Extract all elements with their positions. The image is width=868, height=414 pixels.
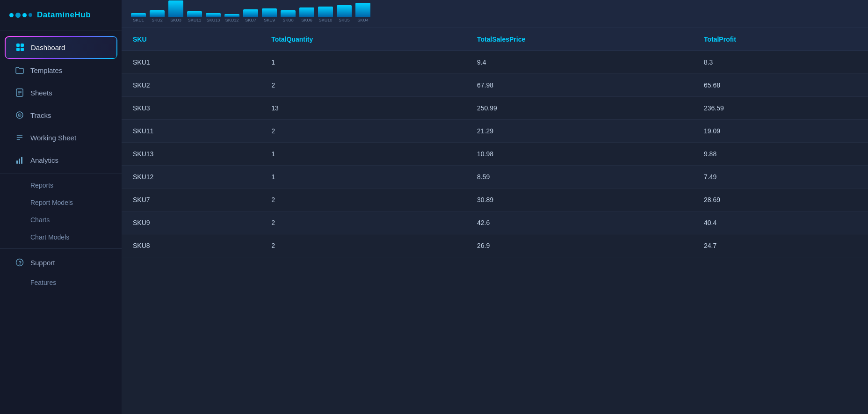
table-row: SKU9242.640.4 [122, 211, 868, 234]
table-cell-sku: SKU1 [122, 51, 260, 74]
sidebar-item-tracks[interactable]: Tracks [5, 104, 117, 126]
table-cell-totalsalesprice: 42.6 [466, 211, 693, 234]
table-cell-totalquantity: 2 [260, 74, 466, 97]
table-row: SKU119.48.3 [122, 51, 868, 74]
svg-rect-2 [16, 48, 20, 51]
bar-label: SKU8 [282, 18, 294, 22]
bar [150, 10, 165, 17]
table-cell-totalsalesprice: 30.89 [466, 189, 693, 211]
bar-label: SKU1 [133, 18, 144, 22]
bar [168, 0, 183, 17]
table-cell-totalprofit: 9.88 [693, 143, 868, 166]
data-table: SKU TotalQuantity TotalSalesPrice TotalP… [122, 28, 868, 257]
bar-chart: SKU1SKU2SKU3SKU11SKU13SKU12SKU7SKU9SKU8S… [131, 4, 859, 22]
table-cell-totalprofit: 7.49 [693, 166, 868, 189]
table-cell-totalsalesprice: 250.99 [466, 97, 693, 120]
svg-text:?: ? [19, 260, 22, 266]
svg-rect-18 [19, 159, 20, 164]
bar-label: SKU4 [357, 18, 369, 22]
bar-label: SKU6 [301, 18, 312, 22]
sidebar-item-working-sheet-label: Working Sheet [30, 134, 76, 142]
sidebar-sub-features[interactable]: Features [5, 274, 117, 291]
table-cell-totalquantity: 13 [260, 97, 466, 120]
bar [337, 5, 352, 17]
svg-point-10 [19, 115, 20, 116]
sidebar-item-working-sheet[interactable]: Working Sheet [5, 127, 117, 148]
table-cell-totalquantity: 2 [260, 234, 466, 257]
table-cell-totalsalesprice: 21.29 [466, 120, 693, 143]
bar [262, 8, 277, 17]
table-cell-totalquantity: 1 [260, 51, 466, 74]
table-cell-sku: SKU7 [122, 189, 260, 211]
sidebar-sub-charts-label: Charts [30, 216, 50, 224]
table-cell-totalprofit: 236.59 [693, 97, 868, 120]
col-header-total-quantity: TotalQuantity [260, 28, 466, 51]
table-cell-totalsalesprice: 10.98 [466, 143, 693, 166]
table-row: SKU313250.99236.59 [122, 97, 868, 120]
table-cell-sku: SKU2 [122, 74, 260, 97]
circle-track-icon [15, 110, 24, 120]
sidebar-item-dashboard[interactable]: Dashboard [5, 36, 117, 58]
sidebar-sub-report-models[interactable]: Report Models [5, 194, 117, 211]
list-icon [15, 133, 24, 142]
sidebar-item-analytics[interactable]: Analytics [5, 149, 117, 171]
table-cell-sku: SKU8 [122, 234, 260, 257]
sidebar-item-analytics-label: Analytics [30, 156, 58, 164]
bar-label: SKU10 [319, 18, 333, 22]
sidebar-item-tracks-label: Tracks [30, 111, 51, 119]
nav-divider [0, 174, 122, 174]
bar-group: SKU12 [224, 14, 239, 22]
bar [299, 7, 314, 17]
app-name: DatamineHub [37, 10, 91, 20]
table-cell-sku: SKU11 [122, 120, 260, 143]
sidebar-sub-report-models-label: Report Models [30, 199, 73, 206]
bar-label: SKU7 [245, 18, 256, 22]
table-cell-totalquantity: 2 [260, 189, 466, 211]
sidebar-item-support[interactable]: ? Support [5, 252, 117, 273]
table-cell-totalprofit: 24.7 [693, 234, 868, 257]
sidebar-sub-features-label: Features [30, 279, 56, 286]
sidebar-item-sheets-label: Sheets [30, 89, 52, 97]
bar-label: SKU11 [188, 18, 202, 22]
col-header-total-profit: TotalProfit [693, 28, 868, 51]
logo-icon [9, 13, 32, 18]
col-header-sku: SKU [122, 28, 260, 51]
col-header-total-sales-price: TotalSalesPrice [466, 28, 693, 51]
sidebar-sub-charts[interactable]: Charts [5, 211, 117, 228]
table-cell-totalsalesprice: 67.98 [466, 74, 693, 97]
bar [355, 3, 370, 17]
bar [131, 13, 146, 17]
table-cell-totalsalesprice: 8.59 [466, 166, 693, 189]
table-cell-sku: SKU3 [122, 97, 260, 120]
bar-group: SKU6 [299, 7, 314, 22]
table-cell-totalprofit: 40.4 [693, 211, 868, 234]
bar-label: SKU9 [264, 18, 275, 22]
sidebar-sub-reports[interactable]: Reports [5, 177, 117, 194]
svg-rect-0 [16, 44, 20, 47]
sidebar-sub-chart-models[interactable]: Chart Models [5, 229, 117, 246]
folder-icon [15, 65, 24, 75]
bar-chart-icon [15, 155, 24, 165]
sidebar-item-support-label: Support [30, 259, 55, 267]
main-content: SKU1SKU2SKU3SKU11SKU13SKU12SKU7SKU9SKU8S… [122, 0, 868, 414]
table-cell-totalquantity: 1 [260, 166, 466, 189]
bar-label: SKU13 [207, 18, 220, 22]
bar [281, 10, 296, 17]
bar-group: SKU10 [318, 7, 333, 22]
table-row: SKU13110.989.88 [122, 143, 868, 166]
sidebar-item-sheets[interactable]: Sheets [5, 82, 117, 103]
logo-area: DatamineHub [0, 0, 122, 30]
top-chart-area: SKU1SKU2SKU3SKU11SKU13SKU12SKU7SKU9SKU8S… [122, 0, 868, 28]
table-cell-sku: SKU12 [122, 166, 260, 189]
table-cell-totalsalesprice: 26.9 [466, 234, 693, 257]
svg-rect-1 [21, 44, 24, 47]
bar [318, 7, 333, 17]
bar-label: SKU12 [225, 18, 239, 22]
bar [206, 13, 221, 17]
sidebar-item-templates[interactable]: Templates [5, 59, 117, 81]
bar-group: SKU11 [187, 11, 202, 22]
svg-rect-17 [16, 160, 18, 164]
table-cell-sku: SKU13 [122, 143, 260, 166]
sidebar-item-dashboard-label: Dashboard [31, 44, 65, 51]
bar-chart-container: SKU1SKU2SKU3SKU11SKU13SKU12SKU7SKU9SKU8S… [131, 0, 859, 28]
